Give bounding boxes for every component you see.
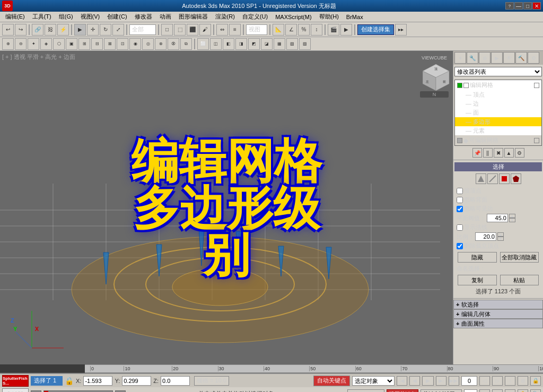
show-normals-checkbox[interactable] bbox=[457, 224, 463, 231]
sub-btn2[interactable]: ⊖ bbox=[15, 38, 27, 50]
align-button[interactable]: ≡ bbox=[229, 24, 241, 36]
select-button[interactable]: ▶ bbox=[74, 24, 86, 36]
create-selection-set-button[interactable]: 创建选择集 bbox=[357, 24, 394, 35]
x-coord-input[interactable] bbox=[83, 376, 112, 386]
modifier-stack-row-edit-mesh[interactable]: 编辑网格 bbox=[455, 80, 541, 90]
key-nav-4[interactable]: ⊞ bbox=[518, 376, 528, 386]
spinner-snap[interactable]: ↕ bbox=[311, 24, 322, 36]
sub-btn21[interactable]: ◪ bbox=[261, 38, 273, 50]
stack-remove[interactable]: ✖ bbox=[494, 148, 503, 158]
sub-btn10[interactable]: ⊡ bbox=[117, 38, 128, 50]
select-face-icon[interactable] bbox=[499, 173, 510, 184]
maximize-button[interactable]: □ bbox=[523, 2, 532, 10]
key-nav-1[interactable]: ◁ bbox=[479, 376, 490, 386]
surface-properties-section[interactable]: 曲面属性 bbox=[453, 319, 543, 328]
view-ctrl-3[interactable]: ↺ bbox=[505, 389, 515, 393]
angle-snap[interactable]: ∠ bbox=[285, 24, 297, 36]
menu-group[interactable]: 组(G) bbox=[56, 12, 76, 21]
menu-render[interactable]: 渲染(R) bbox=[212, 12, 238, 21]
sub-btn11[interactable]: ◉ bbox=[129, 38, 141, 50]
select-edge-icon[interactable] bbox=[487, 173, 498, 184]
undo-button[interactable]: ↩ bbox=[2, 24, 14, 36]
sublevel-polygon[interactable]: — 多边形 bbox=[455, 117, 541, 126]
more-tools[interactable]: ▸▸ bbox=[395, 24, 407, 36]
stack-move-up[interactable]: ▲ bbox=[504, 148, 514, 158]
sub-btn9[interactable]: ⊠ bbox=[104, 38, 116, 50]
sub-btn19[interactable]: ◨ bbox=[235, 38, 247, 50]
normals-scale-input[interactable] bbox=[475, 232, 496, 241]
viewcube[interactable]: 顶 左 前 bbox=[420, 62, 449, 90]
menu-create[interactable]: 创建(C) bbox=[104, 12, 130, 21]
sub-btn17[interactable]: ◫ bbox=[210, 38, 222, 50]
timeline-scrubber[interactable] bbox=[43, 390, 113, 393]
select-object-button[interactable]: □ bbox=[161, 24, 173, 36]
help-icon[interactable]: ? bbox=[505, 2, 514, 10]
add-time-tag-button[interactable]: 添加时间标记 bbox=[347, 389, 384, 393]
unhide-all-button[interactable]: 全部取消隐藏 bbox=[500, 252, 539, 263]
prev-frame-button[interactable]: ◀ bbox=[409, 376, 420, 386]
sub-btn12[interactable]: ◎ bbox=[142, 38, 154, 50]
sub-btn13[interactable]: ⊗ bbox=[155, 38, 167, 50]
scale-button[interactable]: ⤢ bbox=[112, 24, 124, 36]
sub-btn8[interactable]: ⊟ bbox=[91, 38, 103, 50]
close-button[interactable]: ✕ bbox=[532, 2, 541, 10]
next-frame-button[interactable]: ▶| bbox=[436, 376, 446, 386]
menu-customize[interactable]: 自定义(U) bbox=[239, 12, 271, 21]
menu-graph-editor[interactable]: 图形编辑器 bbox=[176, 12, 211, 21]
quick-render[interactable]: ▶ bbox=[340, 24, 352, 36]
select-target-dropdown[interactable]: 选定对象 bbox=[352, 376, 395, 386]
sub-btn6[interactable]: ▣ bbox=[66, 38, 77, 50]
sub-btn1[interactable]: ⊕ bbox=[2, 38, 14, 50]
view-ctrl-5[interactable]: 🔍 bbox=[530, 389, 541, 393]
menu-view[interactable]: 视图(V) bbox=[77, 12, 103, 21]
go-start-button[interactable]: |◀ bbox=[397, 376, 407, 386]
normals-scale-spinner[interactable]: ▲ ▼ bbox=[497, 232, 504, 241]
ignore-visible-checkbox[interactable] bbox=[457, 206, 463, 212]
key-nav-2[interactable]: ▷ bbox=[492, 376, 503, 386]
minimize-button[interactable]: — bbox=[514, 2, 523, 10]
view-ctrl-1[interactable]: ⤢ bbox=[479, 389, 490, 393]
paint-select-button[interactable]: 🖌 bbox=[199, 24, 211, 36]
sub-btn20[interactable]: ◩ bbox=[248, 38, 260, 50]
key-filter-button[interactable]: 关键点过滤器... bbox=[421, 389, 462, 393]
panel-tab-modify[interactable]: 🔧 bbox=[467, 52, 478, 64]
menu-brmax[interactable]: BrMax bbox=[343, 13, 366, 21]
modifier-stack-row-editable-mesh[interactable]: ◆ 可编辑网格 bbox=[455, 135, 541, 145]
panel-tab-create[interactable]: ✦ bbox=[454, 52, 466, 64]
snap-toggle[interactable]: 📐 bbox=[273, 24, 284, 36]
edit-geometry-section[interactable]: 编辑几何体 bbox=[453, 309, 543, 319]
panel-tab-hierarchy[interactable]: ⊕ bbox=[479, 52, 491, 64]
modifier-list-dropdown[interactable]: 修改器列表 bbox=[454, 67, 542, 76]
sub-btn3[interactable]: ✦ bbox=[28, 38, 39, 50]
unlink-button[interactable]: ⛓ bbox=[45, 24, 56, 36]
select-region-button[interactable]: ⬚ bbox=[174, 24, 186, 36]
sub-btn7[interactable]: ⊞ bbox=[78, 38, 90, 50]
set-key-button[interactable]: 设置关键点 bbox=[387, 389, 418, 393]
key-nav-3[interactable]: ↕ bbox=[505, 376, 515, 386]
stack-pin-button[interactable]: 📌 bbox=[472, 148, 482, 158]
bind-button[interactable]: ⚡ bbox=[57, 24, 69, 36]
view-ctrl-2[interactable]: ⊞ bbox=[492, 389, 503, 393]
frame-counter-input[interactable] bbox=[464, 389, 477, 393]
link-button[interactable]: 🔗 bbox=[32, 24, 43, 36]
move-button[interactable]: ✛ bbox=[87, 24, 99, 36]
menu-help[interactable]: 帮助(H) bbox=[316, 12, 342, 21]
mirror-button[interactable]: ⇔ bbox=[216, 24, 228, 36]
go-end-button[interactable]: ▶▶| bbox=[449, 376, 459, 386]
sub-btn23[interactable]: ▧ bbox=[286, 38, 298, 50]
panel-extra-1[interactable]: ⚙ bbox=[528, 52, 539, 64]
view-dropdown[interactable]: 视图 bbox=[246, 24, 267, 35]
panel-tab-display[interactable]: 👁 bbox=[503, 52, 515, 64]
panel-tab-utilities[interactable]: 🔨 bbox=[515, 52, 527, 64]
sub-btn16[interactable]: ⬜ bbox=[197, 38, 209, 50]
menu-animation[interactable]: 动画 bbox=[156, 12, 174, 21]
render-scene[interactable]: 🎬 bbox=[328, 24, 339, 36]
rotate-button[interactable]: ↻ bbox=[100, 24, 111, 36]
ignore-backface-checkbox[interactable] bbox=[457, 197, 463, 203]
select-polygon-icon[interactable] bbox=[511, 173, 521, 184]
select-vertex-icon[interactable] bbox=[476, 173, 486, 184]
viewport[interactable]: 编辑网格 多边形级别 [ + ] 透视 平滑 + 高光 + 边面 VIEWCUB… bbox=[0, 51, 453, 364]
soft-select-section[interactable]: 软选择 bbox=[453, 300, 543, 309]
menu-tools[interactable]: 工具(T) bbox=[29, 12, 55, 21]
by-vertex-checkbox[interactable] bbox=[457, 188, 463, 194]
